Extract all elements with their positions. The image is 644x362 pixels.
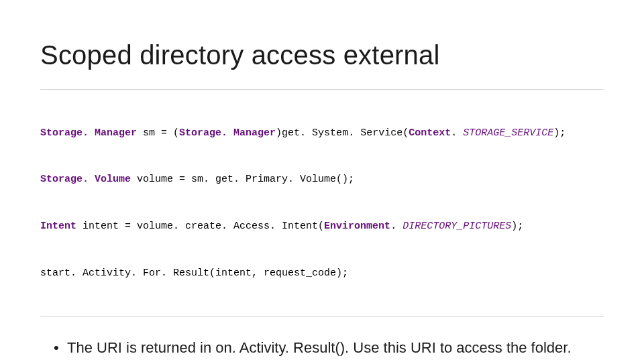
code-token: Context: [409, 127, 451, 139]
code-token: Intent: [40, 221, 76, 232]
code-token: volume. create. Access. Intent(: [131, 221, 324, 232]
code-token: DIRECTORY_PICTURES: [402, 221, 511, 232]
code-token: =: [125, 221, 131, 232]
code-token: Storage. Manager: [179, 127, 276, 139]
bullet-item-0: The URI is returned in on. Activity. Res…: [54, 339, 604, 357]
code-token: );: [511, 221, 523, 232]
code-token: Environment: [324, 221, 390, 232]
code-token: Storage. Manager: [40, 127, 137, 139]
bullet-list: The URI is returned in on. Activity. Res…: [54, 339, 604, 363]
code-token: start. Activity. For. Result(intent, req…: [40, 267, 348, 279]
code-token: (: [167, 127, 179, 139]
code-token: =: [179, 174, 185, 185]
code-line-1: Storage. Volume volume = sm. get. Primar…: [40, 172, 604, 187]
code-line-0: Storage. Manager sm = (Storage. Manager)…: [40, 125, 604, 141]
bullet-text: The URI is returned in on. Activity. Res…: [67, 339, 572, 356]
code-token: =: [161, 127, 167, 139]
code-token: );: [553, 127, 566, 139]
code-token: sm. get. Primary. Volume();: [185, 174, 354, 185]
code-token: .: [451, 127, 463, 139]
code-token: .: [390, 221, 402, 232]
slide-title: Scoped directory access external: [40, 40, 604, 70]
code-token: intent: [76, 221, 125, 232]
code-token: STORAGE_SERVICE: [463, 127, 553, 139]
code-line-3: start. Activity. For. Result(intent, req…: [40, 265, 604, 281]
code-token: )get. System. Service(: [276, 127, 409, 139]
slide: Scoped directory access external Storage…: [0, 0, 644, 362]
code-token: Storage. Volume: [40, 174, 131, 185]
code-token: volume: [131, 174, 179, 185]
code-line-2: Intent intent = volume. create. Access. …: [40, 219, 604, 234]
code-token: sm: [137, 127, 161, 139]
code-block: Storage. Manager sm = (Storage. Manager)…: [40, 89, 604, 317]
